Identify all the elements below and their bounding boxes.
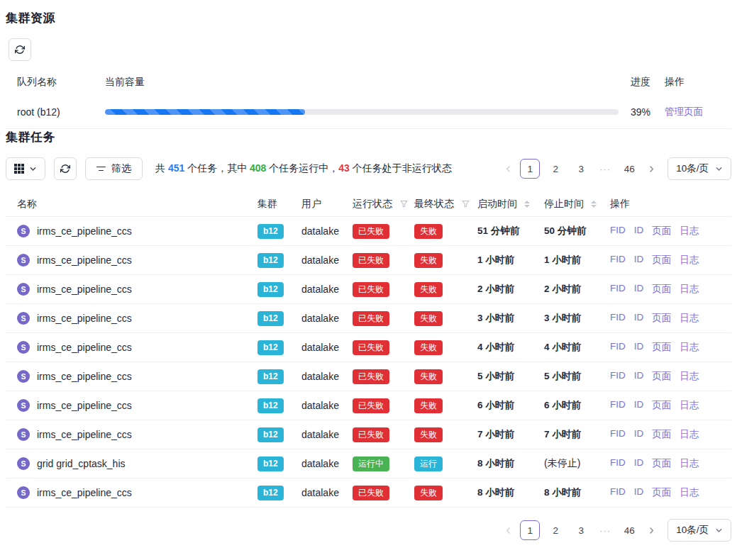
- action-link-log[interactable]: 日志: [680, 370, 699, 383]
- task-actions: FIDID页面日志: [610, 225, 720, 237]
- action-link-fid[interactable]: FID: [610, 486, 626, 499]
- resources-refresh-button[interactable]: [9, 38, 31, 61]
- task-name: irms_ce_pipeline_ccs: [37, 254, 132, 266]
- page-number-2[interactable]: 2: [545, 159, 565, 179]
- filter-funnel-icon[interactable]: [399, 199, 409, 208]
- action-link-fid[interactable]: FID: [610, 225, 626, 237]
- column-header-user: 用户: [301, 198, 353, 211]
- column-header-run_status[interactable]: 运行状态: [353, 198, 414, 211]
- action-link-id[interactable]: ID: [634, 428, 644, 441]
- page-next-button[interactable]: [642, 159, 660, 179]
- column-label: 启动时间: [477, 198, 517, 211]
- filter-funnel-icon[interactable]: [461, 199, 470, 208]
- final-status-badge: 失败: [414, 311, 443, 326]
- action-link-page[interactable]: 页面: [652, 428, 671, 441]
- page-number-2[interactable]: 2: [545, 520, 565, 540]
- action-link-fid[interactable]: FID: [610, 399, 626, 412]
- action-link-page[interactable]: 页面: [652, 341, 671, 354]
- action-link-id[interactable]: ID: [634, 254, 644, 267]
- action-link-log[interactable]: 日志: [680, 312, 699, 325]
- page-size-label: 10条/页: [676, 162, 709, 175]
- run-status-badge: 已失败: [353, 486, 389, 500]
- action-link-id[interactable]: ID: [634, 312, 644, 325]
- tasks-table: 名称集群用户运行状态最终状态启动时间停止时间操作 Sirms_ce_pipeli…: [6, 191, 731, 508]
- action-link-fid[interactable]: FID: [610, 283, 626, 296]
- action-link-log[interactable]: 日志: [680, 399, 699, 412]
- final-status-badge: 失败: [414, 369, 443, 384]
- run_status-cell: 已失败: [353, 311, 414, 326]
- task-avatar: S: [17, 486, 30, 499]
- action-link-page[interactable]: 页面: [652, 312, 671, 325]
- column-label: 最终状态: [414, 198, 454, 211]
- page-number-1[interactable]: 1: [520, 520, 540, 540]
- action-link-page[interactable]: 页面: [652, 399, 671, 412]
- action-link-id[interactable]: ID: [634, 457, 644, 470]
- action-link-id[interactable]: ID: [634, 283, 644, 296]
- page-size-label: 10条/页: [676, 524, 709, 537]
- page-size-select[interactable]: 10条/页: [667, 519, 731, 542]
- page-ellipsis: ···: [597, 164, 614, 174]
- action-link-id[interactable]: ID: [634, 399, 644, 412]
- action-link-page[interactable]: 页面: [652, 486, 671, 499]
- column-header-start_time[interactable]: 启动时间: [477, 198, 544, 211]
- task-actions: FIDID页面日志: [610, 254, 720, 267]
- task-name: irms_ce_pipeline_ccs: [37, 487, 132, 498]
- page-number-46[interactable]: 46: [619, 159, 639, 179]
- cluster-badge: b12: [257, 311, 284, 326]
- tasks-refresh-button[interactable]: [54, 157, 77, 180]
- action-link-page[interactable]: 页面: [652, 370, 671, 383]
- action-link-fid[interactable]: FID: [610, 341, 626, 354]
- action-link-page[interactable]: 页面: [652, 225, 671, 237]
- cluster-cell: b12: [257, 224, 301, 239]
- action-link-fid[interactable]: FID: [610, 370, 626, 383]
- final_status-cell: 失败: [414, 486, 477, 500]
- final_status-cell: 运行: [414, 457, 477, 471]
- action-link-fid[interactable]: FID: [610, 254, 626, 267]
- refresh-icon: [60, 164, 70, 174]
- cluster-badge: b12: [257, 224, 284, 239]
- final_status-cell: 失败: [414, 398, 477, 413]
- sort-icon[interactable]: [591, 201, 597, 208]
- page-number-3[interactable]: 3: [571, 520, 591, 540]
- filter-button-label: 筛选: [111, 162, 131, 175]
- page-size-select[interactable]: 10条/页: [667, 157, 731, 180]
- action-link-id[interactable]: ID: [634, 341, 644, 354]
- page-next-button[interactable]: [642, 520, 660, 540]
- action-link-page[interactable]: 页面: [652, 254, 671, 267]
- action-link-id[interactable]: ID: [634, 225, 644, 237]
- action-link-page[interactable]: 页面: [652, 283, 671, 296]
- task-name-cell: Sirms_ce_pipeline_ccs: [17, 486, 257, 499]
- action-link-fid[interactable]: FID: [610, 457, 626, 470]
- action-link-log[interactable]: 日志: [680, 486, 699, 499]
- manage-page-link[interactable]: 管理页面: [665, 106, 703, 117]
- action-link-log[interactable]: 日志: [680, 457, 699, 470]
- task-name: irms_ce_pipeline_ccs: [37, 313, 132, 324]
- stop-time: 6 小时前: [544, 399, 610, 412]
- action-link-log[interactable]: 日志: [680, 254, 699, 267]
- action-link-id[interactable]: ID: [634, 370, 644, 383]
- action-link-page[interactable]: 页面: [652, 457, 671, 470]
- filter-button[interactable]: 筛选: [85, 157, 143, 180]
- page-number-1[interactable]: 1: [520, 159, 540, 179]
- action-link-log[interactable]: 日志: [680, 428, 699, 441]
- action-link-fid[interactable]: FID: [610, 312, 626, 325]
- action-link-log[interactable]: 日志: [680, 283, 699, 296]
- action-link-id[interactable]: ID: [634, 486, 644, 499]
- action-link-fid[interactable]: FID: [610, 428, 626, 441]
- page-number-3[interactable]: 3: [571, 159, 591, 179]
- user-name: datalake: [301, 225, 353, 237]
- task-name: irms_ce_pipeline_ccs: [37, 400, 132, 411]
- sort-icon[interactable]: [524, 201, 530, 208]
- cluster-badge: b12: [257, 398, 284, 413]
- action-link-log[interactable]: 日志: [680, 225, 699, 237]
- capacity-progressbar: [105, 109, 619, 115]
- page-number-46[interactable]: 46: [619, 520, 639, 540]
- action-link-log[interactable]: 日志: [680, 341, 699, 354]
- column-header-final_status[interactable]: 最终状态: [414, 198, 477, 211]
- page: 集群资源 队列名称 当前容量 进度 操作 root (b12) 39% 管理页面…: [0, 0, 737, 549]
- cluster-badge: b12: [257, 340, 284, 355]
- layout-grid-button[interactable]: [6, 157, 45, 180]
- tasks-table-body: Sirms_ce_pipeline_ccsb12datalake已失败失败51 …: [6, 217, 731, 508]
- column-header-stop_time[interactable]: 停止时间: [544, 198, 610, 211]
- column-header-capacity: 当前容量: [105, 76, 631, 89]
